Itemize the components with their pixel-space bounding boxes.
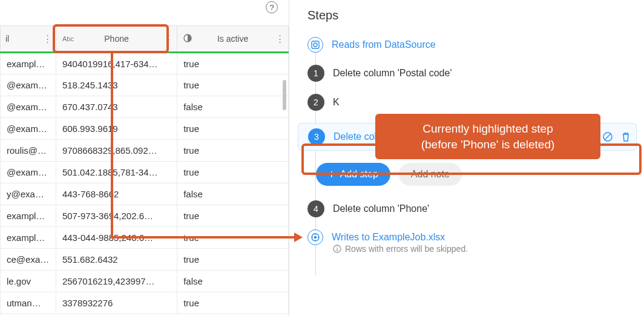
reads-from-link[interactable]: Reads from DataSource xyxy=(332,39,436,50)
footnote: Rows with errors will be skipped. xyxy=(333,244,626,254)
column-menu-icon[interactable]: ⋮ xyxy=(164,37,172,41)
cell: ce@exa… xyxy=(1,249,56,271)
cell: true xyxy=(177,249,289,271)
svg-point-2 xyxy=(314,43,317,47)
cell: utman@… xyxy=(1,292,56,314)
table-row[interactable]: example…9404019916,417-634…true xyxy=(1,53,289,74)
cell: 443-768-8662 xyxy=(56,183,177,205)
cell: 507-973-3694,202.6… xyxy=(56,205,177,227)
steps-title: Steps xyxy=(307,8,626,22)
cell: 9708668329,865.092… xyxy=(56,140,177,162)
cell: true xyxy=(177,140,289,162)
svg-rect-1 xyxy=(312,41,319,48)
step-2[interactable]: 2 K xyxy=(307,94,626,111)
table-row[interactable]: roulis@e…9708668329,865.092…true xyxy=(1,140,289,162)
step-number: 3 xyxy=(308,128,325,145)
step-number: 1 xyxy=(307,65,324,82)
cell: 606.993.9619 xyxy=(56,118,177,140)
cell: true xyxy=(177,292,289,314)
column-header-email[interactable]: il ⋮ xyxy=(1,26,56,53)
writes-to-link[interactable]: Writes to ExampleJob.xlsx xyxy=(332,232,445,243)
data-table: il ⋮ Abc Phone ⋮ Is active xyxy=(0,25,289,314)
step-4[interactable]: 4 Delete column 'Phone' xyxy=(307,200,626,217)
svg-point-13 xyxy=(337,246,338,248)
add-note-button[interactable]: Add note xyxy=(399,163,462,186)
step-actions-row: + Add step Add note xyxy=(307,163,626,186)
cell: true xyxy=(177,162,289,183)
annotation-line-vertical xyxy=(111,53,113,239)
annotation-callout: Currently highlighted step (before 'Phon… xyxy=(375,114,600,159)
cell: true xyxy=(177,118,289,140)
table-row[interactable]: @exampl…606.993.9619true xyxy=(1,118,289,140)
cell: true xyxy=(177,53,289,74)
column-label: il xyxy=(5,34,9,44)
svg-point-6 xyxy=(315,237,317,239)
data-table-pane: ? il ⋮ Abc Phone ⋮ xyxy=(0,0,289,316)
cell: 3378932276 xyxy=(56,292,177,314)
cell: false xyxy=(177,183,289,205)
target-icon xyxy=(307,229,323,245)
cell: false xyxy=(177,271,289,292)
delete-icon[interactable] xyxy=(620,131,631,142)
cell: 9404019916,417-634… xyxy=(56,53,177,74)
type-icon-boolean xyxy=(183,34,192,44)
table-row[interactable]: le.gov2567016219,423997…false xyxy=(1,271,289,292)
cell: 518.245.1433 xyxy=(56,74,177,96)
step-writes-to[interactable]: Writes to ExampleJob.xlsx xyxy=(307,229,626,245)
cell: false xyxy=(177,96,289,118)
cell: 670.437.0743 xyxy=(56,96,177,118)
cell: @exampl… xyxy=(1,74,56,96)
column-menu-icon[interactable]: ⋮ xyxy=(43,37,51,41)
plus-icon: + xyxy=(328,168,335,180)
step-number: 2 xyxy=(307,94,324,111)
table-row[interactable]: @exampl…518.245.1433true xyxy=(1,74,289,96)
cell: 501.042.1885,781-34… xyxy=(56,162,177,183)
cell: @exampl… xyxy=(1,96,56,118)
cell: example… xyxy=(1,227,56,249)
cell: true xyxy=(177,205,289,227)
step-label: Delete column 'Postal code' xyxy=(333,68,452,79)
svg-line-4 xyxy=(605,134,611,140)
table-row[interactable]: utman@…3378932276true xyxy=(1,292,289,314)
annotation-line-horizontal xyxy=(111,236,295,239)
cell: example… xyxy=(1,53,56,74)
column-header-active[interactable]: Is active ⋮ xyxy=(177,26,289,53)
annotation-arrowhead xyxy=(294,232,303,242)
add-step-button[interactable]: + Add step xyxy=(316,163,390,186)
table-row[interactable]: y@exam…443-768-8662false xyxy=(1,183,289,205)
column-header-phone[interactable]: Abc Phone ⋮ xyxy=(56,26,177,53)
table-row[interactable]: example…507-973-3694,202.6…true xyxy=(1,205,289,227)
cell: y@exam… xyxy=(1,183,56,205)
datasource-icon xyxy=(307,37,323,53)
scrollbar[interactable] xyxy=(283,80,286,110)
disable-icon[interactable] xyxy=(602,131,613,142)
help-icon[interactable]: ? xyxy=(266,1,278,13)
step-label: Delete column 'Phone' xyxy=(333,203,429,214)
cell: @exampl… xyxy=(1,118,56,140)
table-row[interactable]: @exampl…670.437.0743false xyxy=(1,96,289,118)
cell: example… xyxy=(1,205,56,227)
cell: 2567016219,423997… xyxy=(56,271,177,292)
column-label: Phone xyxy=(104,34,128,44)
cell: 551.682.6432 xyxy=(56,249,177,271)
table-row[interactable]: @exampl…501.042.1885,781-34…true xyxy=(1,162,289,183)
step-1[interactable]: 1 Delete column 'Postal code' xyxy=(307,65,626,82)
column-menu-icon[interactable]: ⋮ xyxy=(275,37,283,41)
step-label: K xyxy=(333,97,340,108)
cell: @exampl… xyxy=(1,162,56,183)
table-row[interactable]: ce@exa…551.682.6432true xyxy=(1,249,289,271)
cell: true xyxy=(177,74,289,96)
column-label: Is active xyxy=(217,34,248,44)
step-reads-from[interactable]: Reads from DataSource xyxy=(307,37,626,53)
cell: roulis@e… xyxy=(1,140,56,162)
cell: le.gov xyxy=(1,271,56,292)
info-icon xyxy=(333,245,341,253)
step-number: 4 xyxy=(307,200,324,217)
type-icon-text: Abc xyxy=(62,35,74,42)
